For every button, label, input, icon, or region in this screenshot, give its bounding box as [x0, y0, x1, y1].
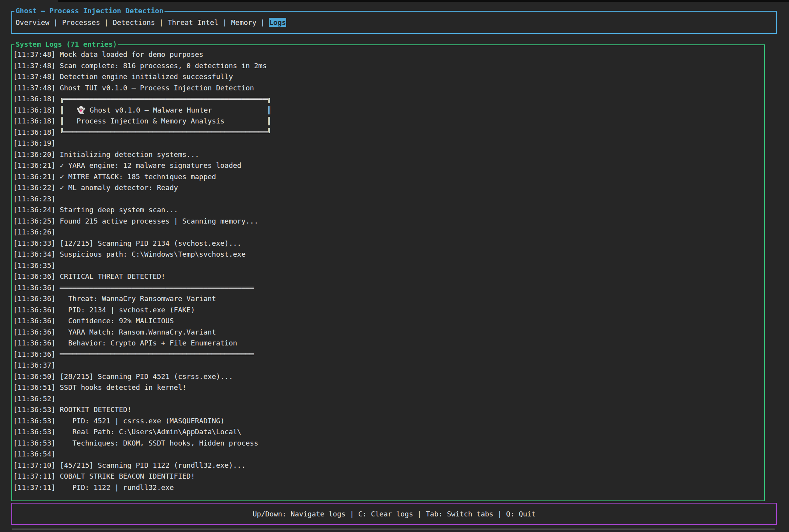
log-message: Suspicious path: C:\Windows\Temp\svchost… [55, 250, 246, 258]
log-timestamp: [11:36:36] [13, 339, 55, 347]
log-message: [12/215] Scanning PID 2134 (svchost.exe)… [55, 239, 241, 247]
log-entry: [11:37:48] Ghost TUI v0.1.0 — Process In… [13, 83, 762, 94]
tab-processes[interactable]: Processes [62, 18, 100, 27]
log-message: YARA Match: Ransom.WannaCry.Variant [55, 328, 216, 336]
log-timestamp: [11:36:36] [13, 272, 55, 280]
log-entry: [11:36:52] [13, 393, 762, 405]
log-entry: [11:36:53] Techniques: DKOM, SSDT hooks,… [13, 438, 762, 449]
log-entry: [11:36:23] [13, 194, 762, 205]
log-timestamp: [11:36:18] [13, 128, 55, 136]
log-message: Scan complete: 816 processes, 0 detectio… [55, 62, 267, 70]
log-timestamp: [11:37:10] [13, 461, 55, 469]
log-timestamp: [11:36:34] [13, 250, 55, 258]
log-message: ✓ ML anomaly detector: Ready [55, 183, 178, 192]
log-timestamp: [11:36:53] [13, 417, 55, 425]
log-entry: [11:36:36] Confidence: 92% MALICIOUS [13, 315, 762, 327]
log-timestamp: [11:36:22] [13, 183, 55, 192]
log-message: COBALT STRIKE BEACON IDENTIFIED! [55, 472, 195, 480]
log-message: ✓ MITRE ATT&CK: 185 techniques mapped [55, 173, 216, 181]
system-logs-panel: System Logs (71 entries) [11:37:48] Mock… [11, 44, 765, 501]
log-timestamp: [11:36:36] [13, 328, 55, 336]
log-entry: [11:36:36] YARA Match: Ransom.WannaCry.V… [13, 327, 762, 338]
log-timestamp: [11:36:51] [13, 383, 55, 391]
log-entry: [11:36:36] ═════════════════════════════… [13, 349, 762, 360]
keybinding-hints: Up/Down: Navigate logs | C: Clear logs |… [253, 510, 536, 518]
log-timestamp: [11:36:23] [13, 195, 55, 203]
log-message: ║ Process Injection & Memory Analysis ║ [55, 117, 271, 125]
log-timestamp: [11:37:48] [13, 62, 55, 70]
log-timestamp: [11:36:25] [13, 217, 55, 225]
log-message: [28/215] Scanning PID 4521 (csrss.exe)..… [55, 372, 233, 381]
log-entry: [11:36:36] PID: 2134 | svchost.exe (FAKE… [13, 305, 762, 316]
log-entry: [11:36:26] [13, 227, 762, 238]
tab-memory[interactable]: Memory [231, 18, 257, 27]
log-message: Mock data loaded for demo purposes [55, 50, 203, 58]
log-entry: [11:37:48] Detection engine initialized … [13, 71, 762, 83]
log-message: Confidence: 92% MALICIOUS [55, 317, 173, 325]
log-timestamp: [11:36:52] [13, 395, 55, 403]
log-message: ════════════════════════════════════════… [55, 350, 254, 358]
tab-divider: | [100, 18, 113, 26]
log-entry: [11:36:19] [13, 138, 762, 149]
log-entry: [11:36:25] Found 215 active processes | … [13, 216, 762, 227]
log-timestamp: [11:36:36] [13, 294, 55, 303]
log-message: Techniques: DKOM, SSDT hooks, Hidden pro… [55, 439, 258, 447]
log-timestamp: [11:36:18] [13, 117, 55, 125]
tab-divider: | [257, 18, 269, 26]
log-timestamp: [11:36:19] [13, 139, 55, 147]
app-title: Ghost — Process Injection Detection [14, 7, 165, 15]
log-entry: [11:36:18] ╚════════════════════════════… [13, 127, 762, 138]
log-entry: [11:36:22] ✓ ML anomaly detector: Ready [13, 182, 762, 194]
log-timestamp: [11:36:18] [13, 106, 55, 114]
log-message: ║ 👻 Ghost v0.1.0 — Malware Hunter ║ [55, 106, 271, 114]
log-entry: [11:36:53] PID: 4521 | csrss.exe (MASQUE… [13, 416, 762, 427]
log-timestamp: [11:36:53] [13, 439, 55, 447]
log-scroll-area[interactable]: [11:37:48] Mock data loaded for demo pur… [12, 45, 764, 500]
log-entry: [11:36:36] Behavior: Crypto APIs + File … [13, 338, 762, 349]
log-entry: [11:36:24] Starting deep system scan... [13, 204, 762, 216]
log-entry: [11:36:18] ╔════════════════════════════… [13, 93, 762, 105]
log-timestamp: [11:36:20] [13, 150, 55, 159]
tab-divider: | [218, 18, 231, 26]
log-entry: [11:36:18] ║ 👻 Ghost v0.1.0 — Malware Hu… [13, 105, 762, 116]
log-message: CRITICAL THREAT DETECTED! [55, 272, 165, 280]
log-entry: [11:36:21] ✓ YARA engine: 12 malware sig… [13, 160, 762, 171]
log-entry: [11:36:35] [13, 260, 762, 271]
log-message: PID: 2134 | svchost.exe (FAKE) [55, 306, 195, 314]
log-entry: [11:37:11] COBALT STRIKE BEACON IDENTIFI… [13, 471, 762, 482]
log-entry: [11:37:48] Scan complete: 816 processes,… [13, 60, 762, 72]
tab-detections[interactable]: Detections [113, 18, 155, 27]
log-message: ROOTKIT DETECTED! [55, 405, 131, 414]
log-entry: [11:37:48] Mock data loaded for demo pur… [13, 49, 762, 60]
tab-overview[interactable]: Overview [16, 18, 50, 27]
log-message: Starting deep system scan... [55, 206, 178, 214]
log-timestamp: [11:36:36] [13, 284, 55, 292]
log-timestamp: [11:36:37] [13, 361, 55, 369]
log-entry: [11:36:36] CRITICAL THREAT DETECTED! [13, 271, 762, 282]
tab-threat-intel[interactable]: Threat Intel [168, 18, 218, 27]
log-message: Found 215 active processes | Scanning me… [55, 217, 258, 225]
log-message: PID: 1122 | rundll32.exe [55, 483, 173, 491]
log-entry: [11:37:10] [45/215] Scanning PID 1122 (r… [13, 460, 762, 471]
log-message: ✓ YARA engine: 12 malware signatures loa… [55, 161, 241, 169]
log-entry: [11:36:53] ROOTKIT DETECTED! [13, 404, 762, 416]
log-message: Initializing detection systems... [55, 150, 199, 159]
tab-logs[interactable]: Logs [269, 18, 286, 27]
tab-bar-panel: Ghost — Process Injection Detection Over… [11, 11, 777, 34]
log-message: Detection engine initialized successfull… [55, 72, 233, 81]
log-entry: [11:36:36] Threat: WannaCry Ransomware V… [13, 293, 762, 305]
log-timestamp: [11:36:36] [13, 306, 55, 314]
log-timestamp: [11:36:36] [13, 317, 55, 325]
log-timestamp: [11:36:18] [13, 95, 55, 103]
log-entry: [11:36:18] ║ Process Injection & Memory … [13, 116, 762, 127]
log-timestamp: [11:37:48] [13, 72, 55, 81]
log-entry: [11:36:21] ✓ MITRE ATT&CK: 185 technique… [13, 171, 762, 183]
log-timestamp: [11:37:48] [13, 84, 55, 92]
log-timestamp: [11:36:24] [13, 206, 55, 214]
log-timestamp: [11:36:35] [13, 261, 55, 270]
window-top-edge [58, 0, 789, 2]
log-entry: [11:36:34] Suspicious path: C:\Windows\T… [13, 249, 762, 260]
tab-bar: Overview | Processes | Detections | Thre… [12, 18, 286, 27]
log-entry: [11:36:54] [13, 449, 762, 460]
log-timestamp: [11:36:53] [13, 405, 55, 414]
